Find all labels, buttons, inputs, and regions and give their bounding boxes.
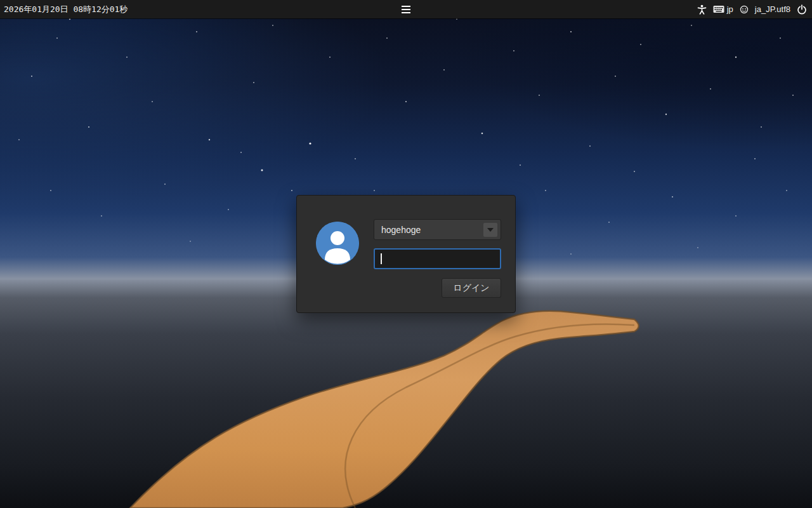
avatar (316, 222, 359, 265)
password-input[interactable] (374, 248, 501, 269)
clock: 2026年01月20日 08時12分01秒 (4, 0, 128, 18)
chevron-down-icon (483, 223, 497, 237)
locale-label: ja_JP.utf8 (755, 4, 790, 14)
session-menu-button[interactable] (396, 0, 416, 18)
login-button[interactable]: ログイン (442, 278, 501, 298)
top-panel: 2026年01月20日 08時12分01秒 (0, 0, 812, 18)
login-screen: 2026年01月20日 08時12分01秒 (0, 0, 812, 508)
login-dialog: hogehoge ログイン (296, 195, 516, 313)
accessibility-icon[interactable] (697, 4, 707, 15)
power-icon[interactable] (797, 4, 807, 15)
keyboard-icon (713, 5, 724, 13)
keyboard-layout-label: jp (727, 4, 733, 14)
indicator-tray: jp ja_JP.utf8 (697, 0, 807, 18)
hamburger-icon (402, 9, 410, 10)
text-caret (381, 253, 382, 264)
keyboard-layout-indicator[interactable]: jp (713, 4, 733, 14)
user-select[interactable]: hogehoge (374, 219, 501, 240)
input-method-icon[interactable] (740, 5, 749, 14)
user-select-value: hogehoge (374, 225, 483, 235)
